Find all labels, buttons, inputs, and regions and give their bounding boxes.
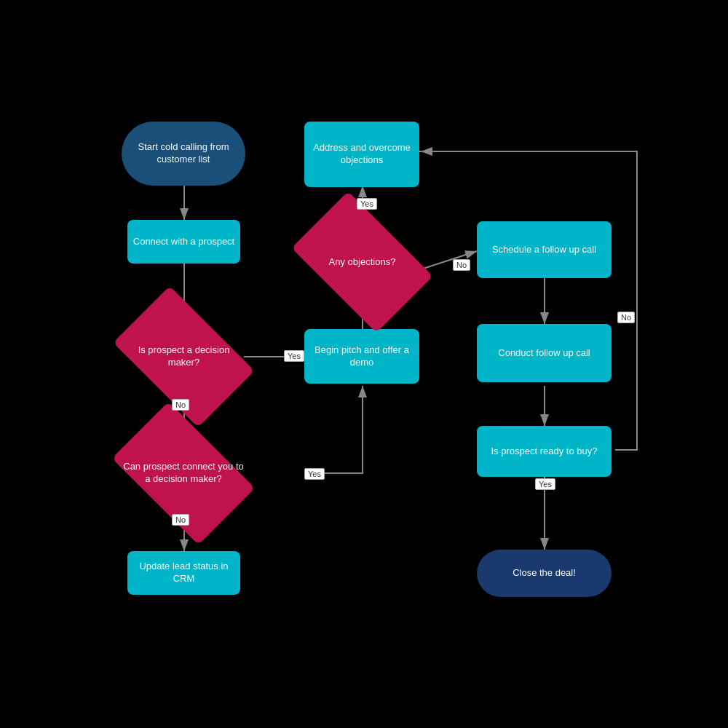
close-node: Close the deal! [477,550,612,597]
decision2-no-label: No [172,514,189,526]
decision2-yes-label: Yes [304,468,325,480]
decision2-label: Can prospect connect you to a decision m… [122,461,245,486]
conduct-label: Conduct follow up call [498,347,590,360]
schedule-label: Schedule a follow up call [492,244,596,256]
close-label: Close the deal! [513,567,576,579]
start-label: Start cold calling from customer list [122,141,245,166]
decision3-label: Any objections? [329,256,396,269]
decision4-node: Is prospect ready to buy? [477,426,612,477]
conduct-node: Conduct follow up call [477,324,612,382]
decision3-node: Any objections? [302,222,422,302]
update-lead-node: Update lead status in CRM [127,551,240,595]
decision1-no-label: No [172,399,189,411]
decision4-no-label: No [617,312,635,323]
decision4-yes-label: Yes [535,478,555,490]
begin-pitch-node: Begin pitch and offer a demo [304,329,419,384]
update-lead-label: Update lead status in CRM [127,561,240,585]
address-label: Address and overcome objections [304,142,419,167]
address-node: Address and overcome objections [304,122,419,187]
start-node: Start cold calling from customer list [122,122,245,186]
decision4-label: Is prospect ready to buy? [491,446,598,458]
decision2-node: Can prospect connect you to a decision m… [122,433,245,513]
decision1-yes-label: Yes [284,350,304,362]
decision3-no-label: No [453,259,470,271]
begin-pitch-label: Begin pitch and offer a demo [304,344,419,369]
schedule-node: Schedule a follow up call [477,221,612,278]
flowchart: Start cold calling from customer list Co… [0,0,728,728]
decision3-yes-label: Yes [357,198,377,210]
connect-label: Connect with a prospect [133,236,234,248]
decision1-label: Is prospect a decision maker? [124,344,244,369]
decision1-node: Is prospect a decision maker? [124,317,244,397]
connect-node: Connect with a prospect [127,220,240,264]
